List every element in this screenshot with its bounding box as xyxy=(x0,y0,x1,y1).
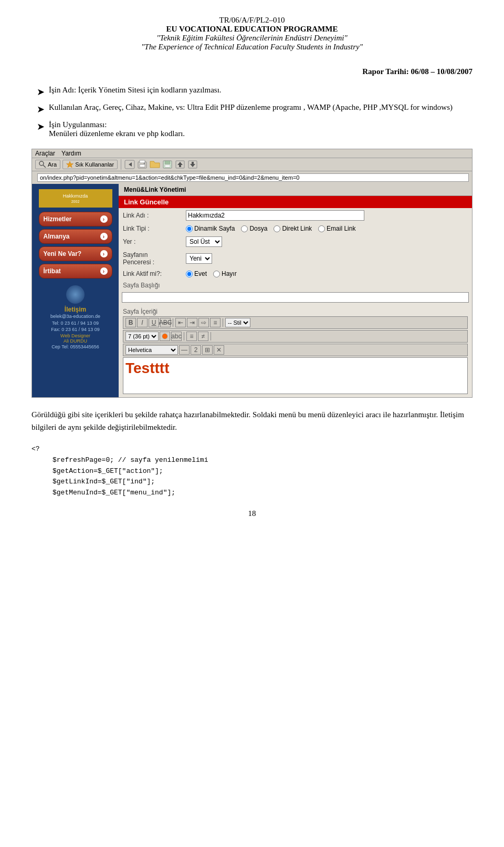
xbtn[interactable]: ✕ xyxy=(214,345,224,355)
download-icon[interactable] xyxy=(187,160,198,169)
sayfa-baslik-label: Sayfa Başlığı xyxy=(119,280,472,291)
upload-icon[interactable] xyxy=(175,160,185,169)
rte-sep-3 xyxy=(184,332,184,340)
save-icon[interactable] xyxy=(162,160,173,169)
hayir-option[interactable]: Hayır xyxy=(213,270,237,277)
link-aktif-cell: Evet Hayır xyxy=(182,268,472,280)
url-input[interactable] xyxy=(37,173,469,182)
sayfanin-penceresi-cell: Yeni Aynı xyxy=(182,249,472,268)
style-select[interactable]: -- Stil xyxy=(225,318,250,327)
rte-content-area[interactable]: Testttt xyxy=(123,357,468,394)
test-text: Testttt xyxy=(125,360,169,376)
sayfanin-penceresi-row: Sayfanın Penceresi : Yeni Aynı xyxy=(119,249,472,268)
evet-option[interactable]: Evet xyxy=(186,270,207,277)
tools-label: Kullanılan Araç, Gereç, Cihaz, Makine, v… xyxy=(49,103,185,111)
job-name-content: İşin Adı: İçerik Yönetim Sitesi için kod… xyxy=(49,86,472,95)
link-aktif-row: Link Aktif mi?: Evet Hayır xyxy=(119,268,472,280)
direkt-link-radio[interactable] xyxy=(274,225,280,232)
color-button[interactable] xyxy=(160,332,170,341)
font-family-select[interactable]: Helvetica xyxy=(125,345,178,355)
dinamik-sayfa-radio[interactable] xyxy=(186,225,193,232)
sayfa-baslik-container xyxy=(119,291,472,306)
svg-rect-11 xyxy=(165,165,170,167)
arrow-circle-icon-4: › xyxy=(100,267,108,275)
job-name-label: İşin Adı: xyxy=(49,86,76,94)
sidebar-contact: İletişim belek@3a-education.de Tel: 0 23… xyxy=(39,285,112,350)
rte-sep-1 xyxy=(173,318,173,327)
list-ol-button[interactable]: ≠ xyxy=(198,332,208,341)
sidebar-btn-yeni-ne-var[interactable]: Yeni Ne Var? › xyxy=(39,246,112,261)
print-icon[interactable] xyxy=(137,160,148,169)
sidebar-btn-almanya[interactable]: Almanya › xyxy=(39,229,112,244)
yer-label: Yer : xyxy=(119,234,182,249)
contact-tel: Tel: 0 23 61 / 94 13 09 xyxy=(52,320,99,327)
font-size-select[interactable]: 7 (36 pt) xyxy=(125,332,159,341)
contact-title: İletişim xyxy=(65,306,86,313)
align-right-button[interactable]: ⇨ xyxy=(198,318,209,327)
ara-button[interactable]: Ara xyxy=(35,160,60,169)
contact-email: belek@3a-education.de xyxy=(50,313,100,320)
link-tipi-row: Link Tipi : Dinamik Sayfa Dosya Direkt L… xyxy=(119,223,472,234)
svg-rect-10 xyxy=(165,161,170,164)
rte-toolbar-1: B I U ABC ⇤ ⇥ ⇨ ≡ -- Stil xyxy=(123,316,468,329)
email-link-radio[interactable] xyxy=(318,225,325,232)
menu-yardim[interactable]: Yardım xyxy=(61,150,81,157)
sidebar-yeniNeVar-label: Yeni Ne Var? xyxy=(44,250,82,257)
header-line1: TR/06/A/F/PL2–010 xyxy=(32,16,472,25)
hr-button[interactable]: — xyxy=(179,345,190,355)
ara-label: Ara xyxy=(48,161,57,168)
spell-check-button[interactable]: abc xyxy=(171,332,182,341)
dinamik-sayfa-option[interactable]: Dinamik Sayfa xyxy=(186,225,235,232)
svg-rect-7 xyxy=(140,164,145,167)
table-button[interactable]: ⊞ xyxy=(202,345,213,355)
hayir-radio[interactable] xyxy=(213,271,220,277)
link-tipi-cell: Dinamik Sayfa Dosya Direkt Link Email Li… xyxy=(182,223,472,234)
folder-icon[interactable] xyxy=(150,160,160,169)
application-section: ➤ İşin Uygulanması: Menüleri düzenleme e… xyxy=(32,120,472,138)
header-line3: "Teknik Eğitim Fakültesi Öğrencilerinin … xyxy=(32,34,472,43)
menu-araclar[interactable]: Araçlar xyxy=(35,150,55,157)
sayfanin-penceresi-select[interactable]: Yeni Aynı xyxy=(186,253,212,264)
header-line4: "The Experience of Technical Education F… xyxy=(32,43,472,51)
sidebar-btn-irtibat[interactable]: İrtibat › xyxy=(39,264,112,278)
list-ul-button[interactable]: ≡ xyxy=(186,332,197,341)
direkt-link-option[interactable]: Direkt Link xyxy=(274,225,312,232)
back-icon[interactable] xyxy=(124,160,135,169)
code-line2: $refreshPage=0; // sayfa yenilenmelimi xyxy=(52,455,472,466)
rte-sep-4 xyxy=(211,332,211,340)
email-link-option[interactable]: Email Link xyxy=(318,225,355,232)
italic-button[interactable]: I xyxy=(137,318,148,327)
application-label: İşin Uygulanması: xyxy=(49,120,107,129)
justify-button[interactable]: ≡ xyxy=(210,318,220,327)
evet-radio[interactable] xyxy=(186,271,193,277)
conclusion-section: Görüldüğü gibi site içerikleri bu şekild… xyxy=(32,408,472,433)
svg-marker-2 xyxy=(67,161,74,168)
arrow-icon-3: ➤ xyxy=(37,121,45,132)
url-bar-container xyxy=(32,171,472,184)
align-center-button[interactable]: ⇥ xyxy=(187,318,197,327)
sik-kullanilanlar-button[interactable]: Sık Kullananlar xyxy=(62,160,118,169)
svg-point-8 xyxy=(144,163,145,164)
contact-fax: Fax: 0 23 61 / 94 13 09 xyxy=(51,326,100,333)
underline-button[interactable]: U xyxy=(149,318,159,327)
link-adi-label: Link Adı : xyxy=(119,208,182,223)
dosya-option[interactable]: Dosya xyxy=(241,225,267,232)
link-adi-input[interactable] xyxy=(186,210,364,221)
main-layout: Hakkımızda2002 Hizmetler › Almanya › Yen… xyxy=(32,184,472,397)
job-name-text: İçerik Yönetim Sitesi için kodların yazı… xyxy=(78,86,222,94)
dosya-radio[interactable] xyxy=(241,225,248,232)
star-icon xyxy=(66,161,74,168)
svg-rect-6 xyxy=(140,160,145,163)
bold-button[interactable]: B xyxy=(125,318,136,327)
decrease-indent-button[interactable]: 2 xyxy=(191,345,201,355)
contact-name: Ali DURDU xyxy=(64,338,87,344)
sidebar-btn-hizmetler[interactable]: Hizmetler › xyxy=(39,212,112,226)
sayfa-baslik-input[interactable] xyxy=(122,292,469,303)
sidebar-logo: Hakkımızda2002 xyxy=(39,189,112,208)
align-left-button[interactable]: ⇤ xyxy=(175,318,186,327)
code-line5: $getMenuInd=$_GET["menu_ind"]; xyxy=(52,488,472,499)
strikethrough-button[interactable]: ABC xyxy=(160,318,171,327)
rte-area-wrapper: Testttt Renk seçiniz - Mic... _ □ ✕ xyxy=(123,357,468,394)
yer-select[interactable]: Sol Üst Sağ Üst Alt xyxy=(186,236,222,247)
arrow-icon-2: ➤ xyxy=(37,104,45,115)
